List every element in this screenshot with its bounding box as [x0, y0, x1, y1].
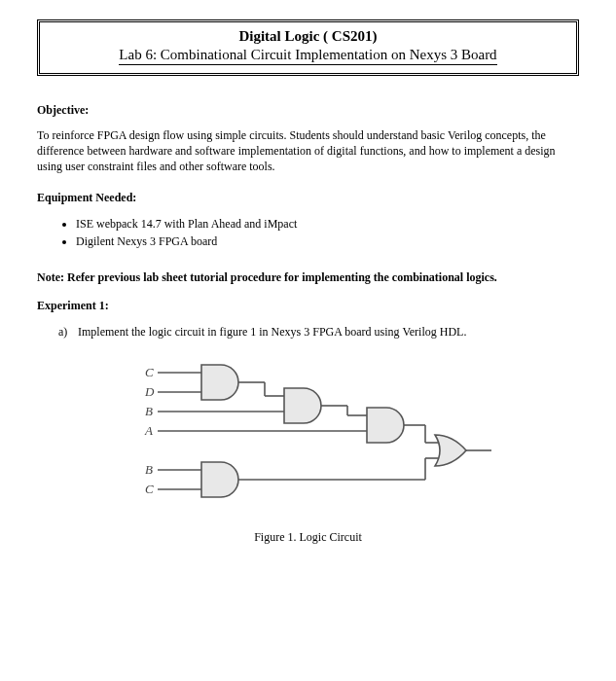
input-label-b1: B — [145, 404, 153, 418]
note-text: Note: Refer previous lab sheet tutorial … — [37, 269, 579, 285]
input-label-c2: C — [145, 482, 154, 496]
objective-heading: Objective: — [37, 103, 579, 118]
document-header: Digital Logic ( CS201) Lab 6: Combinatio… — [37, 19, 579, 76]
logic-circuit-diagram: C D B A B C F — [124, 353, 493, 528]
course-title: Digital Logic ( CS201) — [50, 28, 566, 45]
experiment-heading: Experiment 1: — [37, 299, 579, 313]
objective-text: To reinforce FPGA design flow using simp… — [37, 127, 579, 175]
input-label-c1: C — [145, 365, 154, 379]
figure: C D B A B C F Figure 1. Logic Circuit — [37, 353, 579, 545]
input-label-a: A — [144, 423, 153, 438]
input-label-d: D — [144, 384, 155, 399]
experiment-item: a) Implement the logic circuit in figure… — [58, 325, 579, 340]
lab-title: Lab 6: Combinational Circuit Implementat… — [119, 47, 496, 65]
list-item: Digilent Nexys 3 FPGA board — [76, 233, 579, 250]
figure-caption: Figure 1. Logic Circuit — [37, 530, 579, 545]
list-item: ISE webpack 14.7 with Plan Ahead and iMp… — [76, 215, 579, 233]
equipment-heading: Equipment Needed: — [37, 191, 579, 205]
equipment-list: ISE webpack 14.7 with Plan Ahead and iMp… — [76, 215, 579, 250]
input-label-b2: B — [145, 462, 153, 477]
item-marker: a) — [58, 325, 78, 340]
item-text: Implement the logic circuit in figure 1 … — [78, 325, 466, 340]
